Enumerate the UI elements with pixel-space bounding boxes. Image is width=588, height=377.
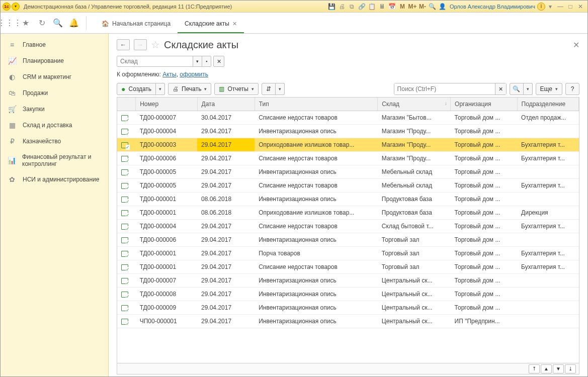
col-dep[interactable]: Подразделение xyxy=(517,98,578,111)
search-field[interactable]: ✕ xyxy=(394,83,507,95)
cell-org: Торговый дом ... xyxy=(451,206,518,220)
nav-forward-button[interactable]: → xyxy=(134,39,147,50)
warehouse-filter-input[interactable] xyxy=(117,56,193,66)
table-row[interactable]: ТД00-00000429.04.2017Списание недостач т… xyxy=(117,220,579,233)
reports-button[interactable]: ▥Отчеты▾ xyxy=(214,83,258,95)
sidebar-item-6[interactable]: ₽Казначейство xyxy=(1,133,108,149)
page-favorite-icon[interactable]: ☆ xyxy=(151,39,160,51)
find-button[interactable]: 🔍 xyxy=(510,83,524,95)
table-row[interactable]: ТД00-00000529.04.2017Списание недостач т… xyxy=(117,179,579,193)
bell-icon[interactable]: 🔔 xyxy=(68,17,80,29)
nav-back-button[interactable]: ← xyxy=(117,39,130,50)
close-window-button[interactable]: ✕ xyxy=(576,2,585,11)
combo-select-icon[interactable]: ▪ xyxy=(202,56,211,66)
table-row[interactable]: ТД00-00000108.06.2018Инвентаризационная … xyxy=(117,193,579,206)
combo-dropdown-icon[interactable]: ▾ xyxy=(193,56,202,66)
cell-dep xyxy=(517,193,578,206)
export-button[interactable]: ⇵ xyxy=(262,83,276,95)
more-button[interactable]: Еще▾ xyxy=(536,83,562,95)
table-row[interactable]: ТД00-00000529.04.2017Инвентаризационная … xyxy=(117,165,579,179)
cell-number: ТД00-000005 xyxy=(136,179,197,193)
info-dropdown-icon[interactable]: ▾ xyxy=(546,2,555,11)
create-button[interactable]: ●Создать xyxy=(117,83,156,95)
col-type[interactable]: Тип xyxy=(255,98,378,111)
scroll-down-button[interactable]: ▼ xyxy=(553,364,564,373)
scroll-bottom-button[interactable]: ⤓ xyxy=(565,364,576,373)
table-row[interactable]: ТД00-00000829.04.2017Инвентаризационная … xyxy=(117,288,579,301)
print-icon[interactable]: 🖨 xyxy=(338,2,347,11)
search-clear-icon[interactable]: ✕ xyxy=(495,83,506,95)
cell-number: ЧП00-000001 xyxy=(136,315,197,328)
table-row[interactable]: ТД00-00000108.06.2018Оприходование излиш… xyxy=(117,206,579,220)
cell-date: 08.06.2018 xyxy=(197,206,255,220)
memory-mplus-button[interactable]: M+ xyxy=(408,2,417,11)
compare-icon[interactable]: ⧉ xyxy=(348,2,357,11)
apps-grid-icon[interactable]: ⋮⋮⋮ xyxy=(4,17,16,29)
search-icon[interactable]: 🔍 xyxy=(52,17,64,29)
sidebar-item-0[interactable]: ≡Главное xyxy=(1,37,108,53)
table-row[interactable]: ТД00-00000629.04.2017Списание недостач т… xyxy=(117,152,579,165)
search-input[interactable] xyxy=(394,83,495,95)
calendar-icon[interactable]: 📅 xyxy=(388,2,397,11)
col-org[interactable]: Организация xyxy=(451,98,518,111)
table-row[interactable]: ТД00-00000429.04.2017Инвентаризационная … xyxy=(117,125,579,138)
scroll-top-button[interactable]: ⤒ xyxy=(529,364,540,373)
sidebar-item-7[interactable]: 📊Финансовый результат и контроллинг xyxy=(1,149,108,171)
table-row[interactable]: ТД00-00000329.04.2017Оприходование излиш… xyxy=(117,138,579,152)
cell-warehouse: Магазин "Проду... xyxy=(378,138,451,152)
tab-warehouse-acts[interactable]: Складские акты ✕ xyxy=(178,15,244,33)
page-close-button[interactable]: ✕ xyxy=(573,40,579,50)
current-user-name[interactable]: Орлов Александр Владимирович xyxy=(450,4,535,10)
col-number[interactable]: Номер xyxy=(136,98,197,111)
table-row[interactable]: ТД00-00000730.04.2017Списание недостач т… xyxy=(117,111,579,125)
plus-icon: ● xyxy=(121,85,125,93)
table-row[interactable]: ТД00-00000129.04.2017Порча товаровТоргов… xyxy=(117,247,579,260)
history-icon[interactable]: ↻ xyxy=(36,17,48,29)
table-row[interactable]: ТД00-00000729.04.2017Инвентаризационная … xyxy=(117,274,579,288)
favorite-star-icon[interactable]: ★ xyxy=(20,17,32,29)
memory-mminus-button[interactable]: M- xyxy=(418,2,427,11)
save-icon[interactable]: 💾 xyxy=(327,2,337,11)
cell-number: ТД00-000007 xyxy=(136,274,197,288)
print-button[interactable]: 🖨Печать▾ xyxy=(168,83,211,95)
table-row[interactable]: ТД00-00000129.04.2017Списание недостач т… xyxy=(117,260,579,274)
minimize-button[interactable]: — xyxy=(556,2,565,11)
info-icon[interactable]: i xyxy=(537,3,545,11)
sidebar-item-4[interactable]: 🛒Закупки xyxy=(1,101,108,117)
sidebar-item-5[interactable]: ▦Склад и доставка xyxy=(1,117,108,133)
col-date[interactable]: Дата xyxy=(197,98,255,111)
help-button[interactable]: ? xyxy=(565,83,579,95)
table-row[interactable]: ЧП00-00000129.04.2017Инвентаризационная … xyxy=(117,315,579,328)
sidebar-item-3[interactable]: 🛍Продажи xyxy=(1,85,108,101)
clipboard-icon[interactable]: 📋 xyxy=(368,2,377,11)
find-dropdown[interactable]: ▾ xyxy=(524,83,533,95)
sort-desc-icon: ↓ xyxy=(445,101,447,106)
warehouse-filter-combo[interactable]: ▾ ▪ xyxy=(117,56,211,67)
data-table: Номер Дата Тип Склад↓ Организация Подраз… xyxy=(117,97,579,374)
cell-type: Порча товаров xyxy=(255,247,378,260)
tab-close-icon[interactable]: ✕ xyxy=(232,21,237,27)
col-warehouse[interactable]: Склад↓ xyxy=(378,98,451,111)
create-link[interactable]: оформить xyxy=(180,71,208,78)
calculator-icon[interactable]: 🖩 xyxy=(378,2,387,11)
sidebar-item-2[interactable]: ◐CRM и маркетинг xyxy=(1,69,108,85)
clear-filter-button[interactable]: ✕ xyxy=(213,56,224,67)
zoom-icon[interactable]: 🔍 xyxy=(428,2,437,11)
tab-home[interactable]: 🏠 Начальная страница xyxy=(95,15,178,33)
maximize-button[interactable]: □ xyxy=(566,2,575,11)
app-menu-dropdown[interactable]: ▾ xyxy=(12,3,20,11)
document-icon xyxy=(121,129,128,135)
export-dropdown[interactable]: ▾ xyxy=(276,83,285,95)
cell-date: 29.04.2017 xyxy=(197,152,255,165)
sidebar-item-1[interactable]: 📈Планирование xyxy=(1,53,108,69)
table-row[interactable]: ТД00-00000929.04.2017Инвентаризационная … xyxy=(117,301,579,315)
scroll-up-button[interactable]: ▲ xyxy=(541,364,552,373)
sidebar-item-8[interactable]: ✿НСИ и администрирование xyxy=(1,171,108,187)
table-row[interactable]: ТД00-00000629.04.2017Инвентаризационная … xyxy=(117,233,579,247)
link-icon[interactable]: 🔗 xyxy=(358,2,367,11)
sidebar-label: Продажи xyxy=(23,89,48,97)
acts-link[interactable]: Акты xyxy=(162,71,177,78)
memory-m-button[interactable]: M xyxy=(398,2,407,11)
create-dropdown[interactable]: ▾ xyxy=(156,83,165,95)
cell-number: ТД00-000001 xyxy=(136,260,197,274)
